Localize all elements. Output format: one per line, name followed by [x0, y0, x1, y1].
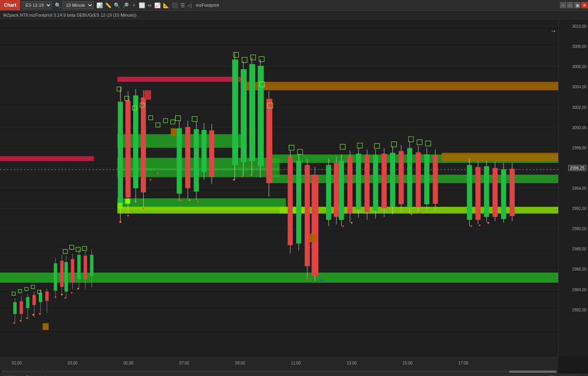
svg-rect-189: [60, 261, 64, 287]
svg-rect-192: [149, 116, 153, 120]
svg-rect-105: [241, 69, 247, 162]
scrollbar-thumb[interactable]: [509, 370, 557, 373]
measure-icon[interactable]: 📐: [163, 2, 169, 8]
price-label-2986: 2986,00: [572, 267, 586, 271]
svg-rect-194: [163, 118, 168, 123]
svg-rect-34: [20, 301, 23, 314]
svg-rect-175: [334, 163, 339, 217]
period-icon[interactable]: 📈: [154, 2, 161, 8]
svg-rect-98: [171, 128, 177, 136]
price-label-3010: 3010,00: [572, 24, 586, 29]
svg-rect-63: [90, 255, 94, 276]
svg-rect-193: [156, 123, 160, 127]
svg-point-191: [61, 294, 63, 295]
svg-point-129: [320, 279, 322, 281]
template-icon[interactable]: ⬜: [139, 2, 145, 8]
svg-rect-42: [45, 292, 49, 301]
time-label-1500: 15:00: [402, 361, 412, 365]
restore-button[interactable]: ▣: [574, 2, 580, 8]
svg-point-100: [189, 199, 190, 201]
chart-svg: [0, 19, 558, 357]
scrollbar-track[interactable]: [2, 370, 557, 373]
svg-point-156: [419, 212, 421, 214]
plus-icon[interactable]: ＋: [131, 2, 136, 9]
chart-menu[interactable]: Chart: [0, 0, 20, 10]
svg-point-117: [241, 176, 243, 177]
status-bar: © 2019 NinjaTrader, LLC MZpack 3.14.14 b…: [0, 374, 588, 376]
time-label-0100: 01:00: [12, 361, 22, 365]
svg-point-200: [150, 179, 151, 181]
maximize-button[interactable]: □: [567, 2, 573, 8]
search-icon[interactable]: 🔍: [55, 2, 61, 8]
svg-rect-47: [31, 285, 35, 289]
close-button[interactable]: ✕: [581, 2, 588, 8]
svg-point-143: [351, 222, 352, 223]
svg-point-49: [13, 323, 15, 324]
svg-rect-28: [280, 207, 558, 214]
svg-point-155: [411, 214, 412, 215]
svg-point-52: [33, 314, 34, 315]
svg-rect-79: [144, 90, 151, 99]
svg-rect-40: [39, 293, 42, 302]
svg-rect-151: [433, 155, 438, 204]
range-icon[interactable]: ⇔: [147, 2, 152, 8]
svg-rect-46: [25, 287, 28, 291]
price-label-2988: 2988,00: [572, 247, 586, 251]
svg-rect-133: [339, 161, 344, 220]
svg-rect-147: [416, 152, 421, 207]
zoom-out-icon[interactable]: 🔎: [123, 2, 129, 8]
svg-point-70: [77, 288, 79, 289]
price-label-2998: 2998,00: [572, 145, 586, 150]
svg-rect-36: [26, 297, 30, 308]
svg-point-142: [342, 225, 344, 227]
svg-point-171: [487, 222, 489, 223]
svg-rect-135: [347, 157, 352, 214]
svg-rect-139: [364, 155, 370, 212]
price-label-current: 2996,25: [568, 165, 586, 171]
time-axis: 01:00 03:00 05:00 07:00 09:00 11:00 13:0…: [0, 357, 558, 369]
time-label-1100: 11:00: [291, 361, 301, 365]
svg-rect-149: [424, 155, 429, 204]
price-label-3008: 3008,00: [572, 44, 586, 49]
svg-rect-177: [373, 155, 378, 211]
svg-rect-111: [266, 99, 272, 183]
svg-rect-109: [258, 66, 264, 166]
svg-point-199: [143, 208, 144, 209]
svg-rect-97: [192, 116, 197, 122]
chart-main[interactable]: →: [0, 19, 558, 357]
svg-point-130: [306, 278, 308, 279]
svg-rect-164: [492, 168, 498, 217]
svg-point-51: [26, 317, 28, 319]
minimize-button[interactable]: ─: [560, 2, 566, 8]
svg-rect-185: [391, 142, 396, 147]
svg-point-99: [180, 200, 182, 202]
svg-point-196: [119, 221, 121, 223]
bar-chart-icon[interactable]: 📊: [96, 2, 103, 8]
list-icon[interactable]: ☰: [180, 2, 185, 8]
time-label-0700: 07:00: [179, 361, 189, 365]
svg-point-197: [127, 215, 129, 216]
price-label-3006: 3006,00: [572, 65, 586, 69]
svg-point-50: [20, 320, 21, 321]
timeframe-select[interactable]: 10 Minute: [62, 1, 94, 9]
draw-icon[interactable]: ✏️: [105, 2, 111, 8]
svg-point-101: [197, 201, 199, 202]
svg-rect-115: [259, 57, 264, 62]
instrument-select[interactable]: ES 12-19: [22, 1, 52, 9]
price-label-2990: 2990,00: [572, 227, 586, 231]
svg-rect-153: [417, 140, 422, 145]
arrow-icon[interactable]: ◁: [188, 2, 192, 8]
svg-rect-195: [171, 120, 175, 124]
export-icon[interactable]: ⬛: [172, 2, 178, 8]
svg-rect-84: [125, 199, 130, 204]
scrollbar-area[interactable]: [0, 369, 558, 374]
title-bar: Chart ES 12-19 🔍 10 Minute 📊 ✏️ 🔍 🔎 ＋ ⬜ …: [0, 0, 588, 11]
svg-point-201: [157, 173, 159, 174]
svg-rect-122: [296, 161, 301, 244]
svg-rect-43: [43, 323, 49, 330]
svg-rect-112: [234, 52, 239, 57]
svg-rect-181: [390, 153, 395, 207]
zoom-in-icon[interactable]: 🔍: [114, 2, 120, 8]
svg-rect-78: [141, 97, 146, 193]
svg-point-69: [71, 292, 73, 294]
